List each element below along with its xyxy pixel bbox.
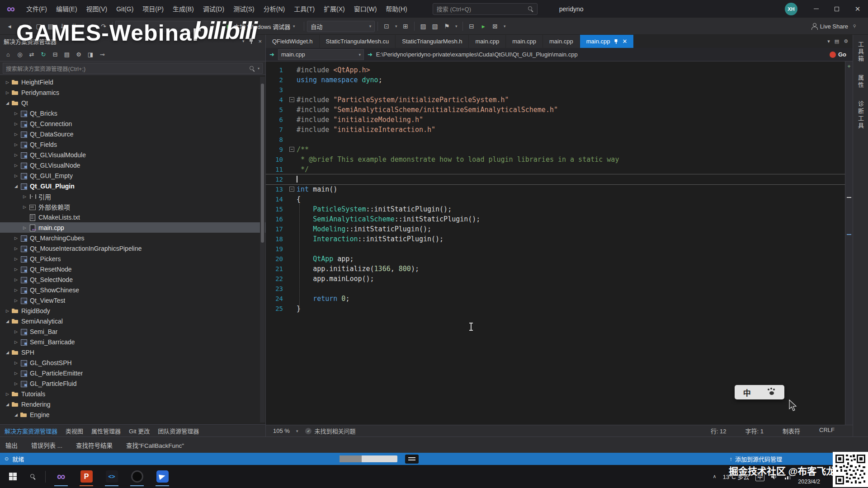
background-tasks-icon[interactable]: ⊙ — [5, 456, 9, 462]
bookmark-icon[interactable]: ⚑ — [441, 21, 452, 32]
collapsed-arrow-icon[interactable]: ▷ — [4, 392, 11, 396]
tree-item[interactable]: ▷Qt_Bricks — [0, 108, 265, 118]
uncomment-icon[interactable]: ▧ — [429, 21, 440, 32]
live-share-button[interactable]: Live Share ⚲ — [811, 21, 858, 32]
switch-views-icon[interactable]: ◎ — [14, 49, 25, 59]
tree-item[interactable]: ▷Qt_Connection — [0, 118, 265, 129]
collapsed-arrow-icon[interactable]: ▷ — [21, 194, 28, 199]
collapsed-arrow-icon[interactable]: ▷ — [12, 298, 20, 303]
tree-item[interactable]: ▷Qt_GLVisualModule — [0, 150, 265, 160]
properties-icon[interactable]: ⚙ — [73, 49, 84, 59]
collapse-region-icon[interactable]: − — [289, 97, 294, 102]
code-line[interactable]: 2using namespace dyno; — [266, 75, 853, 85]
code-line[interactable]: 24 return 0; — [266, 294, 853, 304]
preview-selected-icon[interactable]: ◨ — [85, 49, 96, 59]
collapsed-arrow-icon[interactable]: ▷ — [12, 267, 20, 272]
code-line[interactable]: 20 QtApp app; — [266, 254, 853, 264]
code-line[interactable]: 15 PaticleSystem::initStaticPlugin(); — [266, 204, 853, 214]
menu-item[interactable]: 视图(V) — [82, 0, 112, 18]
expanded-arrow-icon[interactable]: ◢ — [4, 350, 11, 355]
tree-scroll-thumb[interactable] — [261, 84, 264, 243]
more-tools-dropdown-icon[interactable]: ▾ — [501, 21, 508, 32]
code-line[interactable]: 23 — [266, 284, 853, 294]
code-line[interactable]: 1#include <QtApp.h> — [266, 65, 853, 75]
code-line[interactable]: 11 */ — [266, 164, 853, 174]
collapsed-arrow-icon[interactable]: ▷ — [12, 174, 20, 178]
tree-item[interactable]: ▷Tutorials — [0, 389, 265, 399]
code-line[interactable]: 18 Interaction::initStaticPlugin(); — [266, 234, 853, 244]
code-line[interactable]: 13−int main() — [266, 184, 853, 194]
collapsed-arrow-icon[interactable]: ▷ — [12, 371, 20, 375]
panel-tab-item[interactable]: 类视图 — [66, 427, 83, 435]
find-icon[interactable]: ⊞ — [400, 21, 411, 32]
tree-item[interactable]: ▷GL_ParticleEmitter — [0, 368, 265, 378]
search-options-icon[interactable]: ▾ — [258, 66, 259, 70]
hidden-icons-chevron-icon[interactable]: ∧ — [713, 474, 717, 479]
tree-item[interactable]: ◢SPH — [0, 347, 265, 357]
collapsed-arrow-icon[interactable]: ▷ — [12, 111, 20, 116]
tree-item[interactable]: ▷main.cpp — [0, 222, 265, 233]
tool-window-tab[interactable]: 错误列表 ... — [31, 441, 62, 450]
caret-line-indicator[interactable]: 行: 12 — [711, 427, 726, 435]
autohide-tab[interactable]: 属性 — [856, 75, 865, 89]
collapse-all-icon[interactable]: ⊟ — [50, 49, 61, 59]
collapsed-arrow-icon[interactable]: ▷ — [21, 225, 28, 230]
code-line[interactable]: 4−#include "ParticleSystem/initializePar… — [266, 95, 853, 105]
tab-close-icon[interactable]: ✕ — [622, 38, 627, 45]
collapse-region-icon[interactable]: − — [289, 187, 294, 192]
document-health[interactable]: ✓ 未找到相关问题 — [305, 427, 355, 435]
tree-item[interactable]: ▷外部依赖项 — [0, 202, 265, 212]
feedback-icon[interactable]: ⚲ — [851, 21, 858, 32]
collapsed-arrow-icon[interactable]: ▷ — [12, 142, 20, 147]
video-progress-bar[interactable] — [340, 455, 397, 462]
code-line[interactable]: 17 Modeling::initStaticPlugin(); — [266, 224, 853, 234]
editor-tab[interactable]: main.cpp — [469, 35, 506, 48]
panel-tab-item[interactable]: 团队资源管理器 — [158, 427, 199, 435]
collapsed-arrow-icon[interactable]: ▷ — [12, 246, 20, 251]
tree-scrollbar[interactable] — [260, 77, 265, 422]
menu-item[interactable]: 帮助(H) — [381, 0, 411, 18]
panel-tab-item[interactable]: 属性管理器 — [91, 427, 121, 435]
menu-item[interactable]: 扩展(X) — [319, 0, 349, 18]
panel-tab-active[interactable]: 解决方案资源管理器 — [5, 427, 57, 435]
code-line[interactable]: 5#include "SemiAnalyticalScheme/initiali… — [266, 105, 853, 115]
tree-item[interactable]: ▷Qt_GLVisualNode — [0, 160, 265, 170]
code-line[interactable]: 19 — [266, 244, 853, 254]
collapsed-arrow-icon[interactable]: ▷ — [12, 122, 20, 126]
tree-item[interactable]: ◢SemiAnalytical — [0, 316, 265, 326]
expanded-arrow-icon[interactable]: ◢ — [12, 413, 20, 417]
startup-item-combo[interactable]: 自动 ▾ — [307, 21, 375, 32]
collapsed-arrow-icon[interactable]: ▷ — [12, 340, 20, 344]
sync-with-active-document-icon[interactable]: ↻ — [38, 49, 49, 59]
expanded-arrow-icon[interactable]: ◢ — [4, 319, 11, 324]
tree-item[interactable]: ◢Qt_GUI_Plugin — [0, 181, 265, 191]
show-all-files-icon[interactable]: ▤ — [61, 49, 72, 59]
zoom-combo[interactable]: 105 % ▾ — [270, 427, 301, 436]
tree-item[interactable]: ▷Qt_Pickers — [0, 253, 265, 264]
tree-item[interactable]: ◢Engine — [0, 409, 265, 420]
menu-item[interactable]: Git(G) — [112, 0, 138, 18]
expanded-arrow-icon[interactable]: ◢ — [12, 184, 20, 188]
tree-item[interactable]: ◢Rendering — [0, 399, 265, 409]
tree-item[interactable]: ▷Qt_GUI_Empty — [0, 170, 265, 181]
collapsed-arrow-icon[interactable]: ▷ — [12, 132, 20, 136]
bookmark-dropdown-icon[interactable]: ▾ — [453, 21, 459, 32]
tree-item[interactable]: ▷Qt_Fields — [0, 139, 265, 150]
tree-item[interactable]: ▷引用 — [0, 191, 265, 202]
code-line[interactable]: 3 — [266, 85, 853, 95]
tree-item[interactable]: ▷RigidBody — [0, 305, 265, 316]
collapsed-arrow-icon[interactable]: ▷ — [12, 236, 20, 240]
architecture-icon[interactable]: ⊠ — [490, 21, 500, 32]
collapsed-arrow-icon[interactable]: ▷ — [4, 80, 11, 84]
tab-options-icon[interactable]: ⚙ — [844, 38, 848, 44]
collapsed-arrow-icon[interactable]: ▷ — [12, 277, 20, 282]
code-line[interactable]: 7#include "initializeInteraction.h" — [266, 125, 853, 135]
expanded-arrow-icon[interactable]: ◢ — [4, 101, 11, 105]
code-line[interactable]: 25} — [266, 304, 853, 314]
editor-tab[interactable]: main.cpp — [506, 35, 543, 48]
collapsed-arrow-icon[interactable]: ▷ — [12, 257, 20, 261]
code-editor[interactable]: 1#include <QtApp.h>2using namespace dyno… — [266, 61, 853, 425]
indent-mode-indicator[interactable]: 制表符 — [783, 427, 800, 435]
navigate-back-icon[interactable]: ◂ — [4, 21, 15, 32]
collapsed-arrow-icon[interactable]: ▷ — [4, 90, 11, 95]
